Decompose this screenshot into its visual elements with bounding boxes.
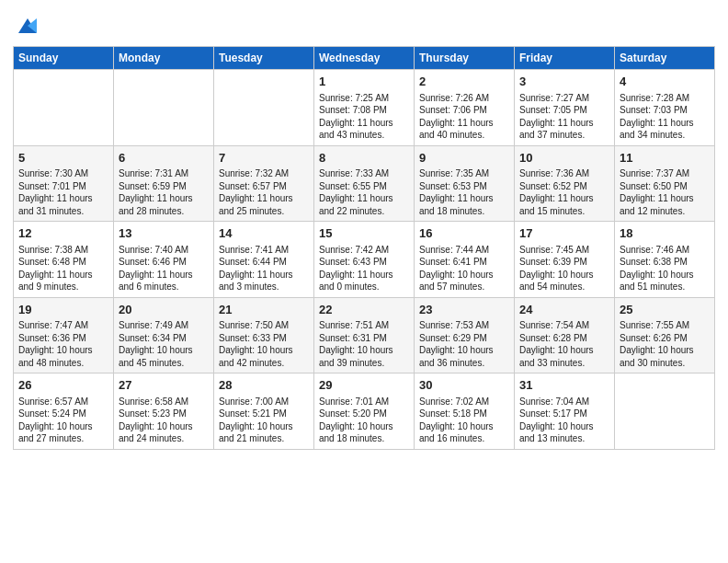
day-info: Sunrise: 7:26 AM bbox=[419, 92, 509, 105]
day-info: Sunset: 6:57 PM bbox=[219, 180, 309, 193]
calendar-cell: 12Sunrise: 7:38 AMSunset: 6:48 PMDayligh… bbox=[14, 222, 114, 298]
calendar-cell: 21Sunrise: 7:50 AMSunset: 6:33 PMDayligh… bbox=[214, 297, 314, 373]
day-info: Sunrise: 7:50 AM bbox=[219, 319, 309, 332]
day-info: and 6 minutes. bbox=[119, 281, 209, 293]
day-info: Sunrise: 7:00 AM bbox=[219, 396, 309, 408]
calendar-cell: 15Sunrise: 7:42 AMSunset: 6:43 PMDayligh… bbox=[314, 222, 415, 298]
day-info: Sunrise: 7:49 AM bbox=[119, 319, 209, 332]
calendar-cell: 10Sunrise: 7:36 AMSunset: 6:52 PMDayligh… bbox=[515, 145, 615, 222]
day-info: Daylight: 10 hours bbox=[18, 420, 108, 433]
day-info: and 33 minutes. bbox=[519, 357, 609, 370]
day-info: Sunset: 7:01 PM bbox=[18, 180, 108, 193]
day-info: Daylight: 11 hours bbox=[219, 192, 309, 205]
calendar-week-row: 1Sunrise: 7:25 AMSunset: 7:08 PMDaylight… bbox=[14, 70, 715, 146]
day-info: Daylight: 11 hours bbox=[620, 192, 710, 205]
day-info: Sunset: 7:08 PM bbox=[319, 104, 409, 117]
day-info: Sunset: 5:23 PM bbox=[119, 408, 209, 420]
day-number: 28 bbox=[219, 377, 309, 394]
day-info: and 24 minutes. bbox=[119, 432, 209, 445]
day-info: Daylight: 10 hours bbox=[319, 420, 409, 433]
day-info: Sunset: 6:52 PM bbox=[519, 180, 609, 193]
day-info: Daylight: 11 hours bbox=[519, 117, 609, 130]
day-info: and 18 minutes. bbox=[319, 432, 409, 445]
calendar-cell: 3Sunrise: 7:27 AMSunset: 7:05 PMDaylight… bbox=[515, 70, 615, 146]
calendar-cell: 23Sunrise: 7:53 AMSunset: 6:29 PMDayligh… bbox=[415, 297, 515, 373]
day-info: Daylight: 11 hours bbox=[119, 192, 209, 205]
day-info: Sunrise: 7:01 AM bbox=[319, 396, 409, 408]
day-info: and 9 minutes. bbox=[18, 281, 108, 293]
calendar-table: SundayMondayTuesdayWednesdayThursdayFrid… bbox=[13, 46, 715, 450]
day-info: Daylight: 11 hours bbox=[620, 117, 710, 130]
day-info: Daylight: 10 hours bbox=[219, 344, 309, 357]
day-number: 16 bbox=[419, 225, 509, 242]
day-info: and 27 minutes. bbox=[18, 432, 108, 445]
calendar-cell: 24Sunrise: 7:54 AMSunset: 6:28 PMDayligh… bbox=[515, 297, 615, 373]
day-info: Sunrise: 7:32 AM bbox=[219, 167, 309, 180]
day-number: 15 bbox=[319, 225, 409, 242]
day-number: 6 bbox=[119, 150, 209, 167]
page-container: SundayMondayTuesdayWednesdayThursdayFrid… bbox=[0, 0, 728, 459]
day-info: Daylight: 10 hours bbox=[419, 420, 509, 433]
day-info: Daylight: 11 hours bbox=[319, 269, 409, 282]
calendar-header-row: SundayMondayTuesdayWednesdayThursdayFrid… bbox=[14, 47, 715, 70]
day-info: Daylight: 10 hours bbox=[419, 269, 509, 282]
day-info: and 40 minutes. bbox=[419, 129, 509, 142]
day-info: Daylight: 11 hours bbox=[119, 269, 209, 282]
calendar-cell: 1Sunrise: 7:25 AMSunset: 7:08 PMDaylight… bbox=[314, 70, 415, 146]
day-info: Sunrise: 7:47 AM bbox=[18, 319, 108, 332]
day-info: Daylight: 11 hours bbox=[18, 192, 108, 205]
calendar-cell bbox=[114, 70, 214, 146]
day-info: Sunset: 5:24 PM bbox=[18, 408, 108, 420]
day-info: Sunrise: 7:42 AM bbox=[319, 244, 409, 257]
day-info: Daylight: 11 hours bbox=[419, 117, 509, 130]
calendar-cell: 14Sunrise: 7:41 AMSunset: 6:44 PMDayligh… bbox=[214, 222, 314, 298]
day-info: and 22 minutes. bbox=[319, 205, 409, 218]
day-info: Daylight: 10 hours bbox=[519, 269, 609, 282]
day-info: and 0 minutes. bbox=[319, 281, 409, 293]
calendar-cell: 9Sunrise: 7:35 AMSunset: 6:53 PMDaylight… bbox=[415, 145, 515, 222]
day-info: Sunrise: 7:38 AM bbox=[18, 244, 108, 257]
day-info: Sunset: 6:53 PM bbox=[419, 180, 509, 193]
day-number: 5 bbox=[18, 150, 108, 167]
day-number: 20 bbox=[119, 302, 209, 318]
day-info: and 3 minutes. bbox=[219, 281, 309, 293]
day-info: Sunrise: 7:41 AM bbox=[219, 244, 309, 257]
calendar-cell: 7Sunrise: 7:32 AMSunset: 6:57 PMDaylight… bbox=[214, 145, 314, 222]
day-info: Sunset: 7:05 PM bbox=[519, 104, 609, 117]
day-info: and 39 minutes. bbox=[319, 357, 409, 370]
day-info: Sunset: 5:18 PM bbox=[419, 408, 509, 420]
day-info: and 18 minutes. bbox=[419, 205, 509, 218]
calendar-cell: 31Sunrise: 7:04 AMSunset: 5:17 PMDayligh… bbox=[515, 373, 615, 450]
day-info: and 12 minutes. bbox=[620, 205, 710, 218]
day-info: and 36 minutes. bbox=[419, 357, 509, 370]
day-info: Sunset: 6:59 PM bbox=[119, 180, 209, 193]
day-info: and 54 minutes. bbox=[519, 281, 609, 293]
calendar-cell: 19Sunrise: 7:47 AMSunset: 6:36 PMDayligh… bbox=[14, 297, 114, 373]
day-info: and 13 minutes. bbox=[519, 432, 609, 445]
day-number: 4 bbox=[620, 74, 710, 90]
day-info: Daylight: 10 hours bbox=[620, 344, 710, 357]
calendar-cell: 20Sunrise: 7:49 AMSunset: 6:34 PMDayligh… bbox=[114, 297, 214, 373]
day-info: Daylight: 11 hours bbox=[18, 269, 108, 282]
day-number: 25 bbox=[620, 302, 710, 318]
day-number: 11 bbox=[620, 150, 710, 167]
calendar-cell: 27Sunrise: 6:58 AMSunset: 5:23 PMDayligh… bbox=[114, 373, 214, 450]
day-info: Sunset: 5:17 PM bbox=[519, 408, 609, 420]
day-info: and 34 minutes. bbox=[620, 129, 710, 142]
calendar-cell bbox=[14, 70, 114, 146]
calendar-cell: 16Sunrise: 7:44 AMSunset: 6:41 PMDayligh… bbox=[415, 222, 515, 298]
calendar-week-row: 5Sunrise: 7:30 AMSunset: 7:01 PMDaylight… bbox=[14, 145, 715, 222]
day-info: Sunset: 6:38 PM bbox=[620, 256, 710, 269]
calendar-week-row: 12Sunrise: 7:38 AMSunset: 6:48 PMDayligh… bbox=[14, 222, 715, 298]
day-info: Sunset: 6:46 PM bbox=[119, 256, 209, 269]
day-info: Sunset: 6:33 PM bbox=[219, 332, 309, 345]
day-info: Sunset: 5:20 PM bbox=[319, 408, 409, 420]
day-info: and 21 minutes. bbox=[219, 432, 309, 445]
day-info: Sunrise: 7:44 AM bbox=[419, 244, 509, 257]
day-number: 27 bbox=[119, 377, 209, 394]
calendar-cell: 2Sunrise: 7:26 AMSunset: 7:06 PMDaylight… bbox=[415, 70, 515, 146]
day-info: Sunset: 6:39 PM bbox=[519, 256, 609, 269]
day-info: and 15 minutes. bbox=[519, 205, 609, 218]
day-number: 13 bbox=[119, 225, 209, 242]
day-info: Daylight: 11 hours bbox=[319, 192, 409, 205]
